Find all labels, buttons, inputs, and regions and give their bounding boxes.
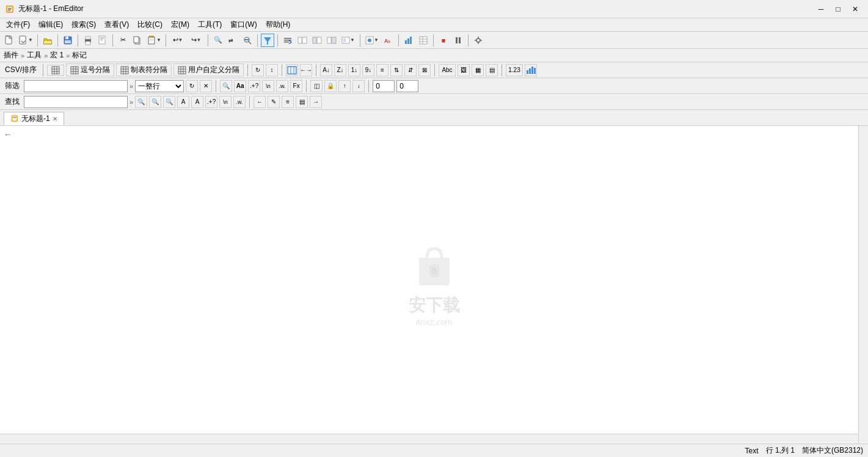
filter-aa-btn[interactable]: Aa <box>234 80 246 92</box>
menu-tools[interactable]: 工具(T) <box>194 18 225 31</box>
replace-button[interactable]: →⇄ <box>226 34 239 47</box>
find-button[interactable]: 🔍 <box>211 34 225 47</box>
filter-x-btn[interactable]: ✕ <box>200 80 212 92</box>
sort-del-button[interactable]: ⊠ <box>418 64 431 76</box>
find-n-btn[interactable]: \n <box>219 96 232 108</box>
tab-untitled1[interactable]: 无标题-1 ✕ <box>4 112 64 125</box>
paste-button[interactable]: ▼ <box>145 34 162 47</box>
horizontal-scrollbar[interactable] <box>0 434 858 444</box>
print-button[interactable] <box>81 34 95 47</box>
sort-extra-button[interactable]: ⇵ <box>404 64 417 76</box>
bc-tools[interactable]: 工具 <box>27 50 42 60</box>
sort-opt-button[interactable]: ⇅ <box>390 64 403 76</box>
editor-area[interactable]: ← 安下载 anxz.com <box>0 126 868 444</box>
filter-refresh-btn[interactable]: ↻ <box>186 80 198 92</box>
wrap-button[interactable] <box>281 34 294 47</box>
find-aa2-btn[interactable]: A <box>191 96 203 108</box>
filter-w-btn[interactable]: .w. <box>276 80 288 92</box>
find-next-btn[interactable]: 🔍 <box>149 96 161 108</box>
menu-window[interactable]: 窗口(W) <box>227 18 260 31</box>
menu-file[interactable]: 文件(F) <box>2 18 34 31</box>
stop-button[interactable]: ■ <box>437 34 450 47</box>
csv-custom-button[interactable]: 用户自定义分隔 <box>173 64 244 76</box>
view4-button[interactable] <box>325 34 338 47</box>
new-button[interactable] <box>2 34 16 47</box>
sort-za-button[interactable]: Z↓ <box>334 64 346 76</box>
copy-button[interactable] <box>131 34 144 47</box>
filter-mode-select[interactable]: 一整行 <box>135 80 184 92</box>
filter-n-btn[interactable]: \n <box>262 80 274 92</box>
vertical-scrollbar[interactable] <box>858 126 868 444</box>
abc-button[interactable]: Abc <box>439 64 456 76</box>
csv-tab-button[interactable]: 制表符分隔 <box>116 64 172 76</box>
find-zoom-btn[interactable]: 🔍 <box>163 96 175 108</box>
csv-col1-button[interactable] <box>286 64 298 76</box>
open-button[interactable] <box>41 34 54 47</box>
csv-cursor-button[interactable]: ↕ <box>266 64 278 76</box>
bc-macro[interactable]: 宏 1 <box>50 50 64 60</box>
encoding-button[interactable]: Aa <box>382 34 395 47</box>
sort-col-button[interactable]: ≡ <box>376 64 388 76</box>
grid2-button[interactable]: ▦ <box>472 64 484 76</box>
menu-view[interactable]: 查看(V) <box>101 18 133 31</box>
close-button[interactable]: ✕ <box>847 3 863 15</box>
toolbar-drop-button[interactable]: ▼ <box>340 34 357 47</box>
stats-button[interactable] <box>402 34 415 47</box>
redo-button[interactable]: ↪▼ <box>188 34 205 47</box>
num-left-button[interactable]: 1.23 <box>506 64 523 76</box>
sort-num-desc-button[interactable]: 9↓ <box>362 64 374 76</box>
save-button[interactable] <box>61 34 75 47</box>
find-arrow-btn[interactable]: → <box>310 96 322 108</box>
find-mark-btn[interactable]: ✎ <box>268 96 280 108</box>
sort-num-asc-button[interactable]: 1↓ <box>348 64 360 76</box>
csv-col2-button[interactable]: ←→ <box>300 64 312 76</box>
find-prev-btn[interactable]: 🔍 <box>135 96 147 108</box>
filter-num2-input[interactable] <box>396 80 418 92</box>
view3-button[interactable] <box>310 34 324 47</box>
config-button[interactable]: ▼ <box>363 34 381 47</box>
maximize-button[interactable]: □ <box>830 3 846 15</box>
menu-search[interactable]: 搜索(S) <box>68 18 100 31</box>
filter-match-btn[interactable]: ◫ <box>310 80 323 92</box>
macro-pause-button[interactable] <box>451 34 465 47</box>
find-nav-btn[interactable]: ▤ <box>296 96 308 108</box>
menu-help[interactable]: 帮助(H) <box>262 18 294 31</box>
settings-button[interactable] <box>472 34 485 47</box>
find-back-btn[interactable]: ← <box>253 96 266 108</box>
filter-dot-btn[interactable]: .+? <box>248 80 260 92</box>
editor-content[interactable]: ← <box>0 126 868 444</box>
excel-button[interactable] <box>417 34 430 47</box>
tab-close-button[interactable]: ✕ <box>53 115 57 122</box>
csv-grid-button[interactable] <box>47 65 64 76</box>
filter-lock-btn[interactable]: 🔒 <box>324 80 337 92</box>
menu-macro[interactable]: 宏(M) <box>167 18 193 31</box>
filter-num1-input[interactable] <box>373 80 395 92</box>
csv-refresh-button[interactable]: ↻ <box>252 64 264 76</box>
bc-mark[interactable]: 标记 <box>72 50 87 60</box>
findall-button[interactable] <box>241 34 254 47</box>
find-w-btn[interactable]: .w. <box>233 96 246 108</box>
filter-active-button[interactable] <box>261 34 274 47</box>
bc-plugins[interactable]: 插件 <box>4 50 18 60</box>
csv-comma-button[interactable]: 逗号分隔 <box>66 64 114 76</box>
filter-down-btn[interactable]: ↓ <box>352 80 365 92</box>
filter-search-btn[interactable]: 🔍 <box>220 80 232 92</box>
find-aa-btn[interactable]: A <box>177 96 189 108</box>
filter-input[interactable] <box>24 80 128 92</box>
chart-button[interactable] <box>525 64 537 76</box>
undo-button[interactable]: ↩▼ <box>169 34 186 47</box>
menu-compare[interactable]: 比较(C) <box>134 18 166 31</box>
minimize-button[interactable]: ─ <box>813 3 829 15</box>
filter-fx-btn[interactable]: Fx <box>290 80 302 92</box>
find-input[interactable] <box>24 96 128 108</box>
cut-button[interactable]: ✂ <box>116 34 129 47</box>
view2-button[interactable] <box>296 34 309 47</box>
print2-button[interactable] <box>96 34 109 47</box>
menu-edit[interactable]: 编辑(E) <box>35 18 67 31</box>
img-button[interactable]: 🖼 <box>458 64 470 76</box>
find-dot-btn[interactable]: .+? <box>205 96 217 108</box>
new-dropdown-button[interactable]: ▼ <box>17 34 34 47</box>
sort-az-button[interactable]: A↓ <box>320 64 332 76</box>
find-list-btn[interactable]: ≡ <box>282 96 294 108</box>
filter-up-btn[interactable]: ↑ <box>338 80 351 92</box>
